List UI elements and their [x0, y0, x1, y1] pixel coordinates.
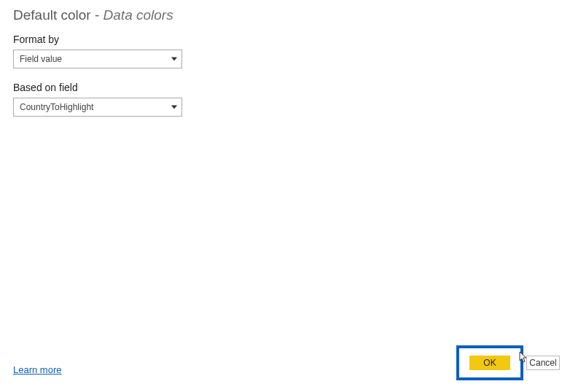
format-by-select[interactable]: Field value [13, 50, 182, 68]
based-on-field-group: Based on field CountryToHighlight [13, 82, 182, 117]
cancel-button[interactable]: Cancel [526, 356, 560, 370]
title-main: Default color [13, 7, 91, 23]
button-area: OK Cancel [456, 345, 560, 380]
format-by-value: Field value [20, 54, 164, 64]
based-on-field-select[interactable]: CountryToHighlight [13, 98, 182, 117]
title-sub: Data colors [104, 7, 173, 23]
ok-button[interactable]: OK [469, 356, 510, 370]
ok-highlight: OK [456, 345, 523, 380]
footer: Learn more [13, 363, 61, 376]
format-by-group: Format by Field value [13, 34, 182, 68]
chevron-down-icon [171, 58, 177, 61]
form-area: Format by Field value Based on field Cou… [0, 34, 570, 117]
dialog-title: Default color - Data colors [0, 0, 570, 34]
title-separator: - [91, 7, 104, 23]
learn-more-link[interactable]: Learn more [13, 364, 61, 375]
format-by-label: Format by [13, 34, 182, 45]
based-on-field-value: CountryToHighlight [20, 102, 164, 112]
based-on-field-label: Based on field [13, 82, 182, 93]
chevron-down-icon [171, 106, 177, 109]
